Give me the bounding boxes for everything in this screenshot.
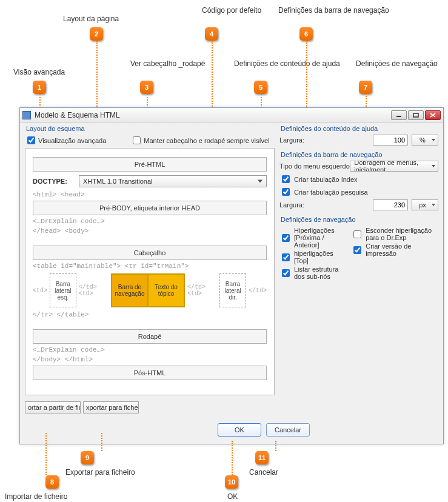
pre-body-slot[interactable]: Pré-BODY, etiqueta interior HEAD [33,201,267,215]
layout-main-row: <td> Barra lateral esq. </td><td> Barra … [33,273,267,307]
sidebar-left-box[interactable]: Barra lateral esq. [50,273,76,307]
svg-rect-1 [413,113,418,117]
callout-10-bubble: 10 [225,475,238,489]
minimize-button[interactable] [391,110,407,120]
cancel-button[interactable]: Cancelar [266,423,310,437]
navdef-section: Definições de navegação [281,216,438,223]
help-width-input[interactable] [373,135,408,146]
callout-9-bubble: 9 [81,451,94,464]
callout-6-label: Definições da barra de navegação [278,6,363,15]
callout-4-bubble: 4 [205,27,218,41]
callout-10-label: OK [227,492,238,501]
footer-slot[interactable]: Rodapé [33,329,267,344]
window-title: Modelo & Esquema HTML [35,111,120,119]
prev-next-checkbox[interactable] [282,234,290,242]
callout-5-bubble: 5 [254,81,267,94]
code-table-open: <table id="mainTable"> <tr id="trMain"> [33,263,267,270]
layout-section-label: Layout do esquema [26,125,275,132]
advanced-view-label: Visualização avançada [38,137,106,144]
create-search-tab-checkbox[interactable] [282,188,290,196]
list-subnodes-label: Listar estrutura dos sub-nós [294,266,344,280]
callout-11-label: Cancelar [249,468,278,477]
export-to-file-button[interactable]: xportar para ficheir [83,401,139,413]
code-drex-2: <…DrExplain code…> [33,346,267,353]
callout-2-bubble: 2 [90,27,103,41]
top-links-checkbox[interactable] [282,253,290,261]
navbar-section: Definições da barra de navegação [281,151,438,158]
help-width-unit-dropdown[interactable]: % [412,135,438,146]
left-menu-type-label: Tipo do menu esquerdo [279,162,350,170]
help-width-label: Largura: [279,136,358,144]
callout-6-bubble: 6 [299,27,313,41]
pre-html-slot[interactable]: Pré-HTML [33,157,267,172]
doctype-dropdown[interactable]: XHTML 1.0 Transitional [79,175,267,187]
callout-3-label: Ver cabeçalho _rodapé [130,59,197,68]
code-table-close: </tr> </table> [33,311,267,318]
callout-11-bubble: 11 [255,451,269,464]
center-pair: Barra de navegação Texto do tópico [111,273,185,307]
topic-box[interactable]: Texto do tópico [148,274,184,307]
callout-9-label: Exportar para ficheiro [65,468,135,477]
create-index-tab-label: Criar tabulação índex [294,176,358,183]
callout-1-label: Visão avançada [13,68,65,76]
layout-preview: Pré-HTML DOCTYPE: XHTML 1.0 Transitional… [25,148,275,395]
titlebar: Modelo & Esquema HTML [20,108,443,122]
callout-8-line [45,433,47,475]
ok-button[interactable]: OK [218,423,261,437]
nav-width-unit-dropdown[interactable]: px [412,199,438,210]
callout-8-label: Importar de ficheiro [5,492,67,501]
code-drex-1: <…DrExplain code…> [33,218,267,225]
callout-9-line [101,433,102,451]
left-column: Layout do esquema Visualização avançada … [25,125,275,417]
advanced-view-checkbox[interactable] [27,136,35,144]
callout-7-label: Definições de navegação [356,59,416,68]
nav-box[interactable]: Barra de navegação [112,274,148,307]
keep-header-footer-label: Manter cabeçalho e rodapé sempre visível [144,137,269,144]
create-search-tab-label: Criar tabulação pesquisa [294,189,368,196]
callout-4-label: Código por defeito [202,6,244,15]
callout-5-label: Definições de conteúdo de ajuda [234,59,325,68]
keep-header-footer-checkbox[interactable] [133,136,141,144]
maximize-button[interactable] [408,110,424,120]
callout-8-bubble: 8 [45,475,59,489]
print-version-checkbox[interactable] [353,246,361,254]
prev-next-label: Hiperligações [Próxima / Anterior] [294,227,344,249]
left-menu-type-dropdown[interactable]: Dobragem de menus, inicialment [350,161,438,172]
callout-7-bubble: 7 [359,81,372,94]
sidebar-right-box[interactable]: Barra lateral dir. [219,273,246,307]
hide-drexp-checkbox[interactable] [353,230,361,238]
callout-1-bubble: 1 [33,81,46,94]
top-links-label: hiperligações [Top] [294,250,344,264]
help-content-section: Definições do conteúdo de ajuda [281,125,438,132]
nav-width-label: Largura: [279,201,358,209]
callout-3-bubble: 3 [140,81,153,94]
app-icon [22,111,31,119]
code-body-html: </body> </html> [33,356,267,363]
create-index-tab-checkbox[interactable] [282,175,290,183]
list-subnodes-checkbox[interactable] [282,269,290,277]
callout-11-line [275,441,276,451]
code-html-head: <html> <head> [33,191,267,198]
code-head-body: </head> <body> [33,227,267,235]
dialog-window: Modelo & Esquema HTML Layout do esquema … [19,107,444,444]
post-html-slot[interactable]: Pós-HTML [33,366,267,380]
header-slot[interactable]: Cabeçalho [33,246,267,260]
right-column: Definições do conteúdo de ajuda Largura:… [279,125,438,417]
close-button[interactable] [425,110,441,120]
callout-10-line [232,441,233,475]
hide-drexp-label: Esconder hiperligação para o Dr.Exp [366,227,438,241]
import-from-file-button[interactable]: ortar a partir de fich [25,401,81,413]
doctype-label: DOCTYPE: [33,178,75,185]
nav-width-input[interactable] [373,199,408,210]
callout-2-label: Layout da página [63,15,119,23]
print-version-label: Criar versão de impressão [366,243,438,257]
